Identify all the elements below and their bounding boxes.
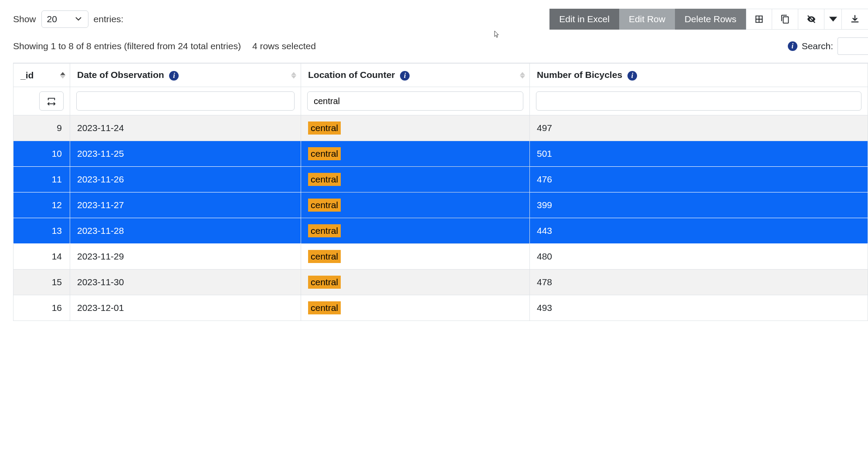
- table-row[interactable]: 92023-11-24central497: [14, 115, 868, 141]
- showing-info: Showing 1 to 8 of 8 entries (filtered fr…: [13, 41, 241, 51]
- filter-highlight: central: [308, 276, 341, 289]
- filter-bicycles-input[interactable]: [536, 91, 861, 111]
- cell-bicycles: 478: [530, 270, 868, 295]
- filter-highlight: central: [308, 147, 341, 160]
- cell-location: central: [301, 270, 530, 295]
- cell-bicycles: 443: [530, 218, 868, 244]
- cell-id: 10: [14, 141, 70, 167]
- cell-bicycles: 501: [530, 141, 868, 167]
- download-icon: [850, 14, 860, 24]
- edit-row-button[interactable]: Edit Row: [619, 9, 675, 30]
- cell-date: 2023-11-28: [70, 218, 301, 244]
- entries-label: entries:: [94, 14, 124, 24]
- table-row[interactable]: 142023-11-29central480: [14, 244, 868, 270]
- info-icon[interactable]: i: [788, 41, 797, 51]
- cell-date: 2023-11-30: [70, 270, 301, 295]
- page-length-select[interactable]: 20: [41, 10, 88, 28]
- expand-filters-button[interactable]: [39, 91, 64, 111]
- cell-location: central: [301, 218, 530, 244]
- page-length-value: 20: [47, 14, 57, 24]
- chevron-down-icon: [75, 14, 82, 24]
- rows-selected-info: 4 rows selected: [252, 41, 316, 51]
- column-visibility-button[interactable]: [746, 9, 772, 30]
- data-table: _id Date of Observation i Location of Co…: [13, 63, 868, 321]
- table-row[interactable]: 122023-11-27central399: [14, 192, 868, 218]
- filter-highlight: central: [308, 199, 341, 212]
- cell-location: central: [301, 244, 530, 270]
- column-header-id-label: _id: [20, 70, 34, 80]
- cell-date: 2023-11-26: [70, 167, 301, 192]
- visibility-toggle-button[interactable]: [798, 9, 824, 30]
- cell-id: 15: [14, 270, 70, 295]
- column-header-bicycles[interactable]: Number of Bicycles i: [530, 64, 868, 87]
- toolbar: Edit in Excel Edit Row Delete Rows: [549, 9, 868, 30]
- cell-id: 9: [14, 115, 70, 141]
- filter-location-input[interactable]: [307, 91, 523, 111]
- filter-highlight: central: [308, 121, 341, 135]
- table-row[interactable]: 162023-12-01central493: [14, 295, 868, 321]
- cell-id: 16: [14, 295, 70, 321]
- table-row[interactable]: 132023-11-28central443: [14, 218, 868, 244]
- column-header-id[interactable]: _id: [14, 64, 70, 87]
- cell-date: 2023-11-29: [70, 244, 301, 270]
- column-header-bicycles-label: Number of Bicycles: [537, 70, 622, 80]
- cell-id: 14: [14, 244, 70, 270]
- table-row[interactable]: 102023-11-25central501: [14, 141, 868, 167]
- cell-location: central: [301, 115, 530, 141]
- table-row[interactable]: 112023-11-26central476: [14, 167, 868, 192]
- cell-date: 2023-11-24: [70, 115, 301, 141]
- cell-id: 12: [14, 192, 70, 218]
- sort-icon: [291, 72, 296, 78]
- copy-button[interactable]: [772, 9, 798, 30]
- grid-icon: [754, 14, 764, 24]
- text-width-icon: [47, 96, 56, 106]
- cell-date: 2023-12-01: [70, 295, 301, 321]
- search-label: Search:: [802, 41, 833, 51]
- filter-highlight: central: [308, 224, 341, 237]
- eye-off-icon: [807, 14, 816, 24]
- column-header-location-label: Location of Counter: [308, 70, 395, 80]
- cell-bicycles: 480: [530, 244, 868, 270]
- cell-bicycles: 493: [530, 295, 868, 321]
- column-header-date-label: Date of Observation: [77, 70, 164, 80]
- filter-highlight: central: [308, 301, 341, 314]
- info-icon[interactable]: i: [627, 71, 637, 81]
- table-row[interactable]: 152023-11-30central478: [14, 270, 868, 295]
- copy-icon: [780, 14, 790, 24]
- filter-date-input[interactable]: [76, 91, 295, 111]
- global-search-input[interactable]: [837, 37, 868, 55]
- show-label: Show: [13, 14, 36, 24]
- sort-icon: [60, 72, 65, 78]
- cell-date: 2023-11-27: [70, 192, 301, 218]
- cell-location: central: [301, 167, 530, 192]
- cell-location: central: [301, 192, 530, 218]
- info-icon[interactable]: i: [400, 71, 410, 81]
- delete-rows-button[interactable]: Delete Rows: [675, 9, 746, 30]
- cell-date: 2023-11-25: [70, 141, 301, 167]
- cell-bicycles: 399: [530, 192, 868, 218]
- cell-id: 11: [14, 167, 70, 192]
- filter-highlight: central: [308, 173, 341, 186]
- column-header-location[interactable]: Location of Counter i: [301, 64, 530, 87]
- download-button[interactable]: [842, 9, 868, 30]
- cell-location: central: [301, 295, 530, 321]
- filter-highlight: central: [308, 250, 341, 263]
- cell-location: central: [301, 141, 530, 167]
- cell-bicycles: 497: [530, 115, 868, 141]
- caret-down-icon: [828, 14, 838, 24]
- cell-bicycles: 476: [530, 167, 868, 192]
- info-icon[interactable]: i: [169, 71, 179, 81]
- cell-id: 13: [14, 218, 70, 244]
- edit-in-excel-button[interactable]: Edit in Excel: [549, 9, 619, 30]
- sort-icon: [520, 72, 525, 78]
- column-header-date[interactable]: Date of Observation i: [70, 64, 301, 87]
- visibility-dropdown-button[interactable]: [824, 9, 842, 30]
